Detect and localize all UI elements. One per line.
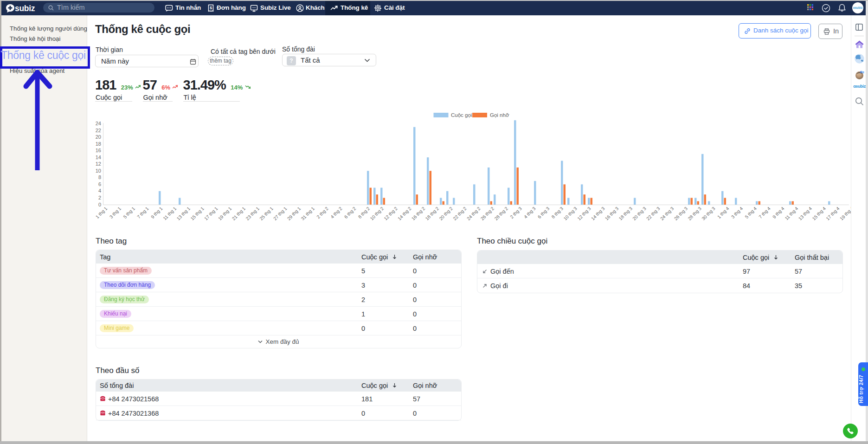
svg-text:vi: vi (862, 60, 863, 62)
svg-text:$: $ (210, 6, 212, 10)
svg-text:subiz: subiz (15, 4, 35, 13)
